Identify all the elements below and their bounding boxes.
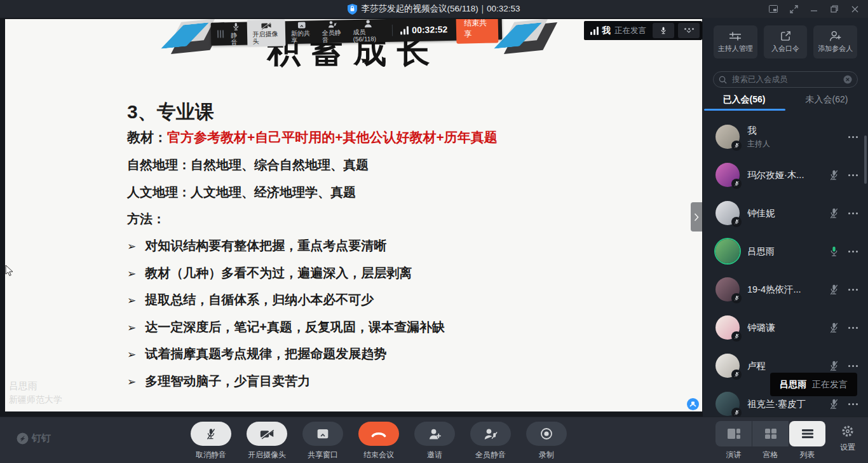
banner-mic-button[interactable] xyxy=(653,23,674,38)
camera-on-button[interactable]: 开启摄像头 xyxy=(239,422,295,460)
speaking-toast: 吕思雨 正在发言 xyxy=(770,373,858,396)
member-mic-muted-icon[interactable] xyxy=(827,322,841,334)
mic-muted-badge-icon xyxy=(731,293,742,303)
toolbar-new-share-button[interactable]: 新的共享 xyxy=(286,20,318,45)
unmute-button[interactable]: 取消静音 xyxy=(183,422,239,460)
member-more-button[interactable] xyxy=(848,365,858,367)
member-more-button[interactable] xyxy=(848,212,858,214)
end-meeting-button[interactable]: 结束会议 xyxy=(351,422,407,460)
member-mic-muted-icon[interactable] xyxy=(827,207,841,219)
panel-collapse-tab[interactable] xyxy=(691,202,702,232)
settings-button[interactable]: 设置 xyxy=(831,425,864,453)
mic-muted-badge-icon xyxy=(731,179,742,189)
mute-all-button[interactable]: 全员静音 xyxy=(463,422,519,460)
slide-method-label: 方法： xyxy=(127,211,165,228)
mic-muted-badge-icon xyxy=(731,408,742,417)
end-share-button[interactable]: 结束共享 xyxy=(456,19,499,44)
pip-mode-icon[interactable] xyxy=(765,1,782,17)
add-participant-button[interactable]: 添加参会人 xyxy=(813,25,857,59)
member-mic-active-icon[interactable] xyxy=(827,245,841,258)
member-more-button[interactable] xyxy=(848,174,858,176)
scrollbar-thumb[interactable] xyxy=(864,135,867,184)
slide-bullet: ➢教材（几种）多看不为过，遍遍深入，层层剥离 xyxy=(127,265,412,282)
close-icon[interactable] xyxy=(846,1,863,17)
avatar-speaking xyxy=(715,239,740,263)
meeting-code-button[interactable]: 入会口令 xyxy=(764,25,808,59)
member-more-button[interactable] xyxy=(848,289,858,291)
view-mode-grid[interactable]: 宫格 xyxy=(752,421,789,460)
person-add-icon xyxy=(428,428,442,440)
avatar xyxy=(715,354,740,378)
grid-view-icon xyxy=(764,428,777,439)
view-mode-list[interactable]: 列表 xyxy=(789,421,825,460)
toolbar-mute-button[interactable]: 静音 xyxy=(226,20,247,47)
phone-hangup-icon xyxy=(371,431,386,438)
member-row[interactable]: 吕思雨 xyxy=(703,232,868,270)
camera-off-icon xyxy=(260,429,275,439)
avatar xyxy=(715,125,740,149)
share-window-button[interactable]: 共享窗口 xyxy=(295,422,351,460)
mic-off-icon xyxy=(205,427,217,441)
dingtalk-brand: 钉钉 xyxy=(17,432,51,445)
gear-icon xyxy=(841,425,854,438)
speaker-name: 我 xyxy=(602,25,611,36)
record-button[interactable]: 录制 xyxy=(519,422,574,460)
avatar xyxy=(715,392,740,416)
member-row[interactable]: 玛尔孜娅·木... xyxy=(703,156,868,194)
member-more-button[interactable] xyxy=(848,136,858,138)
slide-line-physical: 自然地理：自然地理、综合自然地理、真题 xyxy=(127,156,369,174)
avatar xyxy=(715,277,740,301)
member-row[interactable]: 我主持人 xyxy=(703,118,868,156)
host-manage-button[interactable]: 主持人管理 xyxy=(714,25,757,59)
toolbar-members-button[interactable]: 成员(56/118) xyxy=(348,19,389,44)
search-icon xyxy=(719,76,727,84)
member-mic-muted-icon[interactable] xyxy=(827,169,841,181)
fullscreen-icon[interactable] xyxy=(785,1,802,17)
mute-all-icon xyxy=(328,20,337,29)
share-window-icon xyxy=(297,21,306,29)
view-mode-speaker[interactable]: 演讲 xyxy=(715,421,752,460)
slide-bullet: ➢提取总结，自循体系，归纳小本必不可少 xyxy=(127,291,374,308)
member-mic-muted-icon[interactable] xyxy=(827,284,841,296)
lock-shield-icon xyxy=(348,4,357,15)
speaking-banner: 我 正在发言 xyxy=(584,21,703,40)
shared-screen: 积蓄成长 3、专业课 教材：官方参考教材+自己平时用的+其他公认好教材+历年真题… xyxy=(5,19,702,411)
share-toolbar: 静音 开启摄像头 新的共享 全员静音 成员(56/118) 00:32:52 xyxy=(211,19,503,46)
restore-icon[interactable] xyxy=(826,1,843,17)
member-row[interactable]: 19-4热依汗... xyxy=(703,270,868,308)
minimize-icon[interactable] xyxy=(806,1,822,17)
member-row[interactable]: 钟璐谦 xyxy=(703,308,868,347)
banner-more-button[interactable] xyxy=(678,23,700,38)
tab-not-joined[interactable]: 未入会(62) xyxy=(785,89,868,111)
tab-joined[interactable]: 已入会(56) xyxy=(703,89,785,111)
member-more-button[interactable] xyxy=(848,403,858,405)
view-mode-switcher: 演讲 宫格 列表 xyxy=(715,421,825,460)
chevron-down-icon xyxy=(686,30,691,33)
toolbar-camera-button[interactable]: 开启摄像头 xyxy=(247,19,285,46)
slide-heading: 3、专业课 xyxy=(127,99,214,125)
camera-off-icon xyxy=(261,22,271,30)
share-assistant-icon[interactable] xyxy=(687,398,699,410)
search-input[interactable] xyxy=(731,74,839,85)
title-bar: 李莎莎发起的视频会议(56/118)｜00:32:53 xyxy=(0,0,868,18)
member-more-button[interactable] xyxy=(848,251,858,252)
signal-icon xyxy=(590,27,599,35)
watermark: 吕思雨 新疆师范大学 xyxy=(9,379,62,407)
toolbar-mute-all-button[interactable]: 全员静音 xyxy=(317,19,349,45)
member-mic-muted-icon[interactable] xyxy=(827,360,841,372)
meeting-window: 李莎莎发起的视频会议(56/118)｜00:32:53 积蓄成长 3、专业课 教… xyxy=(0,0,868,463)
mouse-cursor xyxy=(5,265,14,277)
mic-muted-badge-icon xyxy=(731,217,742,227)
slide-line-human: 人文地理：人文地理、经济地理学、真题 xyxy=(127,184,356,201)
invite-button[interactable]: 邀请 xyxy=(407,422,463,460)
member-row[interactable]: 钟佳妮 xyxy=(703,194,868,232)
slide-materials-line: 教材：官方参考教材+自己平时用的+其他公认好教材+历年真题 xyxy=(127,128,498,146)
member-mic-muted-icon[interactable] xyxy=(827,398,841,410)
drag-handle-icon[interactable] xyxy=(217,30,224,38)
slide-bullet: ➢试着揣摩真题考点规律，把握命题发展趋势 xyxy=(127,345,386,363)
avatar xyxy=(715,201,740,225)
host-manage-icon xyxy=(729,31,742,41)
add-participant-icon xyxy=(829,31,841,41)
clear-search-icon[interactable] xyxy=(843,75,852,84)
member-more-button[interactable] xyxy=(848,327,858,329)
